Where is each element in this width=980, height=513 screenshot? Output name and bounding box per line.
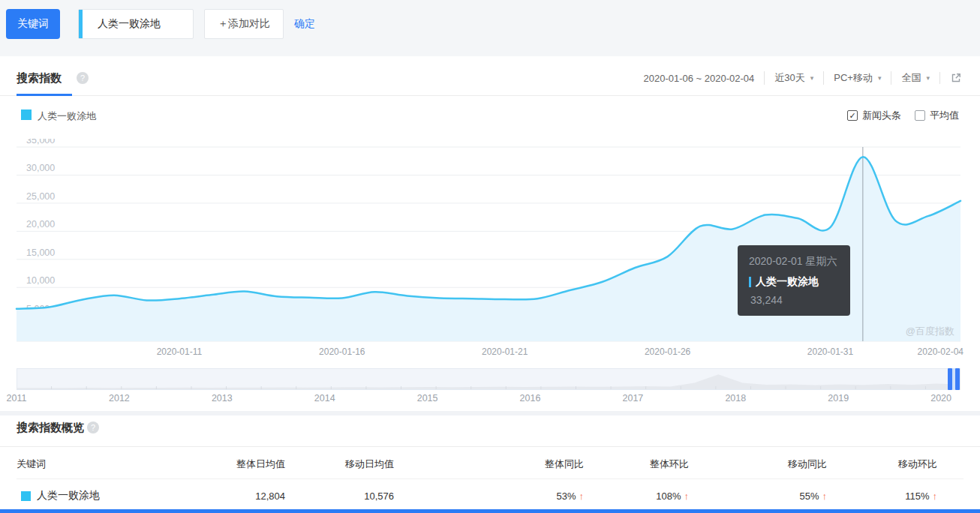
tab-active-underline — [17, 94, 72, 96]
footer-accent-bar — [0, 509, 980, 513]
svg-text:2020-01-16: 2020-01-16 — [319, 346, 365, 357]
year-label: 2012 — [109, 393, 130, 404]
timeline-year-labels: 2011201220132014201520162017201820192020 — [0, 393, 980, 406]
tab-row-divider — [0, 95, 980, 96]
tooltip-date: 2020-02-01 星期六 — [749, 255, 850, 268]
tooltip-series-name: 人类一败涂地 — [749, 275, 850, 289]
baidu-index-watermark: @百度指数 — [906, 325, 954, 338]
up-arrow-icon: ↑ — [822, 490, 828, 502]
year-label: 2015 — [417, 393, 438, 404]
up-arrow-icon: ↑ — [933, 490, 938, 502]
series-legend-label[interactable]: 人类一败涂地 — [38, 110, 96, 123]
tooltip-series-marker — [749, 277, 751, 287]
cell-mobile-daily: 10,576 — [319, 490, 394, 502]
chevron-down-icon: ▾ — [878, 74, 882, 82]
overview-row-divider — [17, 478, 963, 479]
overlay-checkboxes: ✓ 新闻头条 平均值 — [847, 109, 959, 122]
year-label: 2011 — [7, 393, 27, 404]
help-icon[interactable]: ? — [77, 72, 89, 84]
year-label: 2017 — [622, 393, 643, 404]
cell-mobile-mom: 115%↑ — [847, 490, 937, 502]
svg-text:15,000: 15,000 — [26, 248, 55, 258]
cell-overall-daily: 12,804 — [210, 490, 285, 502]
baidu-index-page: 关键词 ＋添加对比 确定 搜索指数 ? 2020-01-06 ~ 2020-02… — [0, 0, 980, 513]
svg-text:2020-01-26: 2020-01-26 — [645, 346, 691, 357]
col-header-mobile-daily: 移动日均值 — [319, 458, 394, 471]
confirm-button[interactable]: 确定 — [294, 17, 315, 31]
year-label: 2013 — [212, 393, 233, 404]
cell-mobile-yoy: 55%↑ — [737, 490, 827, 502]
checkbox-unchecked-icon — [915, 110, 925, 121]
keyword-input-box[interactable] — [78, 9, 194, 39]
svg-text:30,000: 30,000 — [26, 163, 55, 173]
svg-text:25,000: 25,000 — [26, 191, 55, 202]
keyword-input[interactable] — [83, 10, 206, 38]
tab-search-index[interactable]: 搜索指数 — [17, 71, 62, 86]
cell-overall-mom: 108%↑ — [599, 490, 689, 502]
add-compare-button[interactable]: ＋添加对比 — [204, 9, 284, 39]
keyword-type-button[interactable]: 关键词 — [6, 9, 60, 39]
col-header-overall-daily: 整体日均值 — [210, 458, 285, 471]
timeline-slider[interactable] — [17, 368, 960, 390]
col-header-keyword: 关键词 — [17, 458, 167, 471]
range-dropdown[interactable]: 近30天▾ — [764, 71, 823, 85]
chart-controls: 2020-01-06 ~ 2020-02-04 近30天▾ PC+移动▾ 全国▾ — [633, 71, 962, 85]
svg-text:2020-01-11: 2020-01-11 — [157, 346, 203, 357]
chart-tooltip: 2020-02-01 星期六 人类一败涂地 33,244 — [738, 245, 850, 316]
svg-text:2020-02-04: 2020-02-04 — [918, 346, 964, 357]
region-dropdown[interactable]: 全国▾ — [891, 71, 939, 85]
tooltip-value: 33,244 — [749, 294, 850, 306]
chevron-down-icon: ▾ — [810, 74, 814, 82]
col-header-overall-mom: 整体环比 — [599, 458, 689, 471]
series-legend-swatch — [21, 110, 32, 120]
year-label: 2018 — [725, 393, 746, 404]
overview-divider — [0, 446, 980, 447]
platform-dropdown[interactable]: PC+移动▾ — [823, 71, 891, 85]
chevron-down-icon: ▾ — [926, 74, 930, 82]
date-range-label: 2020-01-06 ~ 2020-02-04 — [633, 73, 764, 84]
checkbox-news-headlines[interactable]: ✓ 新闻头条 — [847, 109, 901, 122]
cell-overall-yoy: 53%↑ — [494, 490, 584, 502]
year-label: 2016 — [520, 393, 541, 404]
svg-text:2020-01-31: 2020-01-31 — [807, 346, 854, 357]
checkbox-average[interactable]: 平均值 — [915, 109, 959, 122]
svg-text:20,000: 20,000 — [26, 219, 55, 230]
year-label: 2014 — [314, 393, 335, 404]
svg-text:2020-01-21: 2020-01-21 — [482, 346, 528, 357]
external-link-icon[interactable] — [939, 72, 962, 84]
overview-title: 搜索指数概览 — [17, 421, 84, 435]
year-label: 2020 — [930, 393, 951, 404]
checkbox-checked-icon: ✓ — [847, 110, 858, 121]
col-header-mobile-yoy: 移动同比 — [737, 458, 827, 471]
help-icon[interactable]: ? — [87, 422, 99, 434]
series-color-swatch — [21, 491, 31, 501]
col-header-overall-yoy: 整体同比 — [494, 458, 584, 471]
slider-handle-right[interactable] — [955, 368, 960, 390]
year-label: 2019 — [828, 393, 849, 404]
table-row-keyword[interactable]: 人类一败涂地 — [21, 489, 100, 502]
up-arrow-icon: ↑ — [579, 490, 585, 502]
svg-text:35,000: 35,000 — [26, 139, 55, 146]
svg-text:10,000: 10,000 — [26, 275, 55, 286]
up-arrow-icon: ↑ — [684, 490, 690, 502]
col-header-mobile-mom: 移动环比 — [847, 458, 937, 471]
